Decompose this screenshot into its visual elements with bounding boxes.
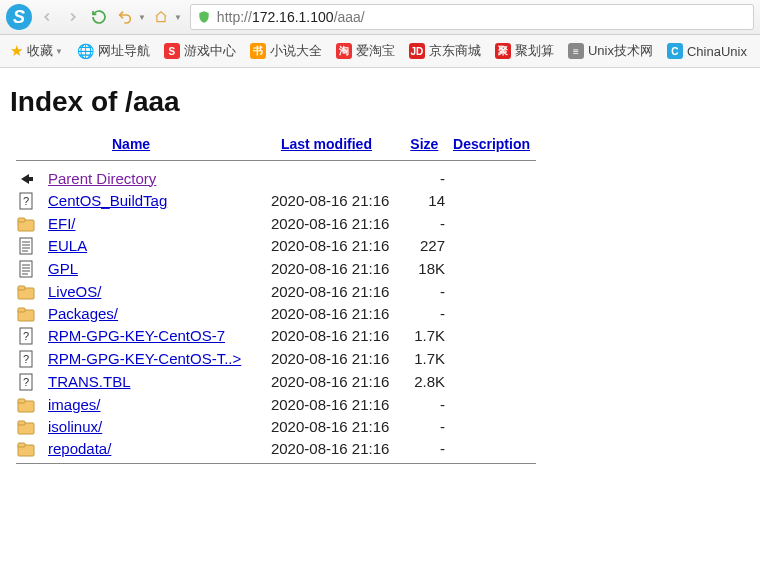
- bookmark-icon: 书: [250, 43, 266, 59]
- file-link[interactable]: repodata/: [48, 440, 111, 457]
- bookmark-label: 小说大全: [270, 42, 322, 60]
- file-date: 2020-08-16 21:16: [261, 189, 404, 212]
- browser-toolbar: S ▼ ▼ http://172.16.1.100/aaa/: [0, 0, 760, 35]
- file-date: 2020-08-16 21:16: [261, 302, 404, 324]
- file-link[interactable]: Packages/: [48, 305, 118, 322]
- home-dropdown-icon[interactable]: ▼: [174, 13, 182, 22]
- home-button[interactable]: [150, 6, 172, 28]
- file-link[interactable]: Parent Directory: [48, 170, 156, 187]
- svg-rect-27: [18, 421, 25, 425]
- file-link[interactable]: images/: [48, 396, 101, 413]
- file-date: 2020-08-16 21:16: [261, 212, 404, 234]
- bookmark-item[interactable]: 淘爱淘宝: [336, 42, 395, 60]
- table-row: images/2020-08-16 21:16-: [10, 393, 542, 415]
- file-link[interactable]: RPM-GPG-KEY-CentOS-7: [48, 327, 225, 344]
- col-description[interactable]: Description: [453, 136, 530, 152]
- forward-button[interactable]: [62, 6, 84, 28]
- file-description: [447, 393, 542, 415]
- bookmark-item[interactable]: JD京东商城: [409, 42, 481, 60]
- bookmark-label: 京东商城: [429, 42, 481, 60]
- bookmark-item[interactable]: ≡Unix技术网: [568, 42, 653, 60]
- table-row: Parent Directory-: [10, 167, 542, 189]
- svg-rect-17: [18, 308, 25, 312]
- unknown-file-icon: ?: [18, 192, 34, 210]
- file-size: -: [404, 212, 447, 234]
- file-size: 227: [404, 234, 447, 257]
- divider: [16, 160, 536, 161]
- file-link[interactable]: TRANS.TBL: [48, 373, 131, 390]
- table-row: Packages/2020-08-16 21:16-: [10, 302, 542, 324]
- page-title: Index of /aaa: [10, 86, 750, 118]
- file-link[interactable]: EULA: [48, 237, 87, 254]
- file-link[interactable]: GPL: [48, 260, 78, 277]
- browser-logo-icon: S: [6, 4, 32, 30]
- bookmarks-bar: ★ 收藏 ▼ 🌐网址导航S游戏中心书小说大全淘爱淘宝JD京东商城聚聚划算≡Uni…: [0, 35, 760, 68]
- back-icon: [17, 171, 35, 187]
- file-description: [447, 257, 542, 280]
- reload-button[interactable]: [88, 6, 110, 28]
- url-text[interactable]: http://172.16.1.100/aaa/: [217, 9, 747, 25]
- bookmark-icon: S: [164, 43, 180, 59]
- file-link[interactable]: LiveOS/: [48, 283, 101, 300]
- undo-dropdown-icon[interactable]: ▼: [138, 13, 146, 22]
- table-row: EULA2020-08-16 21:16227: [10, 234, 542, 257]
- file-date: 2020-08-16 21:16: [261, 437, 404, 459]
- file-description: [447, 167, 542, 189]
- bookmark-icon: 淘: [336, 43, 352, 59]
- table-row: ?RPM-GPG-KEY-CentOS-T..>2020-08-16 21:16…: [10, 347, 542, 370]
- address-bar[interactable]: http://172.16.1.100/aaa/: [190, 4, 754, 30]
- table-row: repodata/2020-08-16 21:16-: [10, 437, 542, 459]
- table-row: EFI/2020-08-16 21:16-: [10, 212, 542, 234]
- col-name[interactable]: Name: [112, 136, 150, 152]
- bookmark-item[interactable]: 聚聚划算: [495, 42, 554, 60]
- unknown-file-icon: ?: [18, 350, 34, 368]
- file-description: [447, 437, 542, 459]
- page-content: Index of /aaa Name Last modified Size De…: [0, 68, 760, 490]
- svg-text:?: ?: [23, 353, 29, 365]
- file-description: [447, 347, 542, 370]
- table-header-row: Name Last modified Size Description: [10, 132, 542, 156]
- file-date: 2020-08-16 21:16: [261, 280, 404, 302]
- bookmark-icon: C: [667, 43, 683, 59]
- file-link[interactable]: EFI/: [48, 215, 76, 232]
- svg-rect-29: [18, 443, 25, 447]
- unknown-file-icon: ?: [18, 373, 34, 391]
- bookmark-label: 爱淘宝: [356, 42, 395, 60]
- favorites-button[interactable]: ★ 收藏 ▼: [10, 42, 63, 60]
- bookmark-label: 网址导航: [98, 42, 150, 60]
- file-size: -: [404, 280, 447, 302]
- bookmark-icon: 聚: [495, 43, 511, 59]
- doc-icon: ≡: [568, 43, 584, 59]
- file-date: 2020-08-16 21:16: [261, 257, 404, 280]
- globe-icon: 🌐: [77, 43, 94, 59]
- file-size: 18K: [404, 257, 447, 280]
- back-button[interactable]: [36, 6, 58, 28]
- divider: [16, 463, 536, 464]
- text-file-icon: [18, 260, 34, 278]
- bookmark-label: 游戏中心: [184, 42, 236, 60]
- file-description: [447, 370, 542, 393]
- col-size[interactable]: Size: [410, 136, 438, 152]
- file-description: [447, 234, 542, 257]
- table-row: ?CentOS_BuildTag2020-08-16 21:1614: [10, 189, 542, 212]
- favorites-dropdown-icon: ▼: [55, 47, 63, 56]
- bookmark-icon: JD: [409, 43, 425, 59]
- undo-button[interactable]: [114, 6, 136, 28]
- bookmark-item[interactable]: CChinaUnix: [667, 42, 747, 60]
- file-link[interactable]: RPM-GPG-KEY-CentOS-T..>: [48, 350, 241, 367]
- file-link[interactable]: isolinux/: [48, 418, 102, 435]
- star-icon: ★: [10, 42, 23, 60]
- svg-rect-9: [20, 261, 32, 277]
- table-row: LiveOS/2020-08-16 21:16-: [10, 280, 542, 302]
- bookmark-item[interactable]: 🌐网址导航: [77, 42, 150, 60]
- file-link[interactable]: CentOS_BuildTag: [48, 192, 167, 209]
- bookmark-item[interactable]: S游戏中心: [164, 42, 236, 60]
- col-last-modified[interactable]: Last modified: [281, 136, 372, 152]
- bookmark-label: 聚划算: [515, 42, 554, 60]
- file-size: -: [404, 437, 447, 459]
- table-row: ?RPM-GPG-KEY-CentOS-72020-08-16 21:161.7…: [10, 324, 542, 347]
- folder-icon: [17, 284, 35, 300]
- bookmark-item[interactable]: 书小说大全: [250, 42, 322, 60]
- file-description: [447, 324, 542, 347]
- folder-icon: [17, 419, 35, 435]
